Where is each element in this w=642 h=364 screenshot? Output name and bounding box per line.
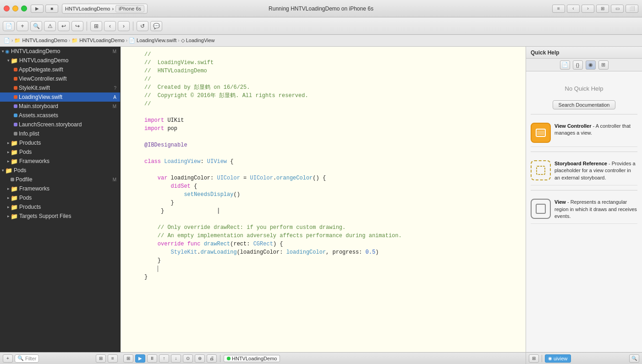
code-line-3: // HNTVLoadingDemo xyxy=(121,67,526,75)
sidebar-label-root: HNTVLoadingDemo xyxy=(11,48,60,54)
editor-step-down-btn[interactable]: ↓ xyxy=(171,354,181,363)
breadcrumb-sep-0: › xyxy=(11,38,13,43)
divider-2 xyxy=(531,152,637,152)
new-file-button[interactable]: 📄 xyxy=(3,21,15,31)
editor-inspect-btn[interactable]: ⊙ xyxy=(183,354,193,363)
sidebar-item-assets[interactable]: Assets.xcassets xyxy=(0,111,120,120)
editor-play-btn[interactable]: ▶ xyxy=(135,354,145,363)
quick-help-divider xyxy=(531,114,637,114)
sidebar-label-products2: Products xyxy=(19,204,41,210)
vc-icon xyxy=(531,123,551,143)
editor-scheme-selector[interactable]: HNTVLoadingDemo xyxy=(224,355,280,362)
plist-icon xyxy=(14,132,17,136)
folder-icon-group1: 📁 xyxy=(11,57,18,64)
rp-grid-btn[interactable]: ⊞ xyxy=(529,354,539,363)
breadcrumb-item-1[interactable]: 📁 HNTVLoadingDemo xyxy=(14,38,67,43)
scheme-selector[interactable]: HNTVLoadingDemo › iPhone 6s xyxy=(62,4,148,14)
message-button[interactable]: 💬 xyxy=(150,21,162,31)
sidebar-item-infoplist[interactable]: Info.plist xyxy=(0,129,120,138)
add-button[interactable]: + xyxy=(16,21,28,31)
badge-root: M xyxy=(113,49,118,54)
sidebar-item-group1[interactable]: ▾ 📁 HNTVLoadingDemo xyxy=(0,56,120,65)
close-button[interactable] xyxy=(4,5,10,11)
sb-add-btn[interactable]: + xyxy=(3,354,13,363)
minimize-button[interactable] xyxy=(12,5,18,11)
nav-back-btn[interactable]: ‹ xyxy=(104,21,116,31)
sidebar-item-pods-root[interactable]: ▾ 📁 Pods xyxy=(0,166,120,175)
editor-step-btn[interactable]: ↑ xyxy=(159,354,169,363)
stop-button[interactable]: ■ xyxy=(45,5,58,13)
nav-forward-btn[interactable]: › xyxy=(118,21,130,31)
search-button[interactable]: 🔍 xyxy=(30,21,42,31)
fullscreen-button[interactable] xyxy=(21,5,27,11)
sidebar-label-frameworks1: Frameworks xyxy=(19,158,49,164)
sidebar-item-products1[interactable]: ▸ 📁 Products xyxy=(0,138,120,147)
qh-card-view: View - Represents a rectangular region i… xyxy=(531,195,637,224)
code-editor[interactable]: // // LoadingView.swift // HNTVLoadingDe… xyxy=(121,47,526,352)
breadcrumb-sep-3: › xyxy=(178,38,179,43)
sidebar-item-pods1[interactable]: ▸ 📁 Pods xyxy=(0,147,120,157)
sidebar-item-mainstoryboard[interactable]: Main.storyboard M xyxy=(0,102,120,111)
warning-button[interactable]: ⚠ xyxy=(44,21,56,31)
sidebar-item-targets[interactable]: ▸ 📁 Targets Support Files xyxy=(0,212,120,221)
sidebar-item-podfile[interactable]: ▸ Podfile M xyxy=(0,175,120,184)
code-line-16: var loadingColor: UIColor = UIColor.oran… xyxy=(121,174,526,182)
editor-grid-btn[interactable]: ⊞ xyxy=(123,354,133,363)
code-line-4: // xyxy=(121,75,526,83)
folder-icon-pods-root: 📁 xyxy=(5,167,12,174)
run-button[interactable]: ▶ xyxy=(31,5,44,13)
code-line-18: setNeedsDisplay() xyxy=(121,190,526,199)
badge-mainstoryboard: M xyxy=(113,104,118,109)
sidebar-item-frameworks1[interactable]: ▸ 📁 Frameworks xyxy=(0,157,120,166)
nav-back[interactable]: ‹ xyxy=(567,5,580,13)
rp-search-btn[interactable]: 🔍 xyxy=(629,354,639,363)
editor-area: // // LoadingView.swift // HNTVLoadingDe… xyxy=(121,47,526,364)
editor-print-btn[interactable]: 🖨 xyxy=(207,354,217,363)
sb-hierarchy-btn[interactable]: ≡ xyxy=(108,354,118,363)
sidebar-item-launchscreen[interactable]: LaunchScreen.storyboard xyxy=(0,120,120,129)
sidebar-item-pods3[interactable]: ▸ 📁 Pods xyxy=(0,193,120,202)
code-line-1: // xyxy=(121,50,526,59)
editor-settings-btn[interactable]: ⊛ xyxy=(195,354,205,363)
refresh-button[interactable]: ↺ xyxy=(137,21,148,31)
layout-split[interactable]: ⊞ xyxy=(596,5,609,13)
expand-arrow-targets: ▸ xyxy=(7,214,10,218)
toolbar-sep-2 xyxy=(133,22,133,31)
breadcrumb-home-icon: 📄 xyxy=(4,38,10,43)
sidebar-item-viewcontroller[interactable]: ViewController.swift xyxy=(0,74,120,83)
sidebar-item-stylekit[interactable]: StyleKit.swift ? xyxy=(0,83,120,92)
code-line-9: import UIKit xyxy=(121,116,526,125)
layout-single[interactable]: ▭ xyxy=(611,5,624,13)
uiview-badge[interactable]: ◉ uiview xyxy=(545,354,571,363)
redo-button[interactable]: ↪ xyxy=(71,21,83,31)
code-line-17: didSet { xyxy=(121,182,526,190)
breadcrumb-item-3[interactable]: 📄 LoadingView.swift xyxy=(129,38,176,43)
rp-btn-1[interactable]: 📄 xyxy=(560,60,570,70)
breadcrumb-item-2[interactable]: 📁 HNTVLoadingDemo xyxy=(71,38,125,43)
sidebar-item-frameworks2[interactable]: ▸ 📁 Frameworks xyxy=(0,184,120,193)
editor-pause-btn[interactable]: ⏸ xyxy=(147,354,157,363)
sidebar-item-products2[interactable]: ▸ 📁 Products xyxy=(0,202,120,212)
layout-full[interactable]: ⬜ xyxy=(626,5,638,13)
filter-input[interactable]: 🔍 Filter xyxy=(15,354,39,363)
code-line-13 xyxy=(121,149,526,158)
grid-button[interactable]: ⊞ xyxy=(90,21,102,31)
uiview-icon: ◉ xyxy=(548,356,552,361)
rp-btn-3[interactable]: ◉ xyxy=(586,60,596,70)
code-line-10: import pop xyxy=(121,125,526,133)
rp-btn-2[interactable]: {} xyxy=(573,60,583,70)
breadcrumb-item-4[interactable]: ◇ LoadingView xyxy=(181,38,215,43)
sidebar-item-root[interactable]: ▾ ◉ HNTVLoadingDemo M xyxy=(0,47,120,56)
undo-button[interactable]: ↩ xyxy=(58,21,70,31)
expand-arrow-products1: ▸ xyxy=(7,141,10,145)
sidebar: ▾ ◉ HNTVLoadingDemo M ▾ 📁 HNTVLoadingDem… xyxy=(0,47,121,364)
sidebar-item-loadingview[interactable]: LoadingView.swift A xyxy=(0,92,120,102)
nav-forward[interactable]: › xyxy=(582,5,594,13)
search-doc-button[interactable]: Search Documentation xyxy=(553,100,616,109)
sidebar-item-appdelegate[interactable]: AppDelegate.swift xyxy=(0,65,120,74)
code-line-11 xyxy=(121,133,526,141)
rp-btn-4[interactable]: ⊞ xyxy=(598,60,609,70)
sidebar-label-frameworks2: Frameworks xyxy=(19,185,49,192)
sidebar-toggle[interactable]: ≡ xyxy=(552,5,565,13)
sb-grid-btn[interactable]: ⊞ xyxy=(96,354,106,363)
